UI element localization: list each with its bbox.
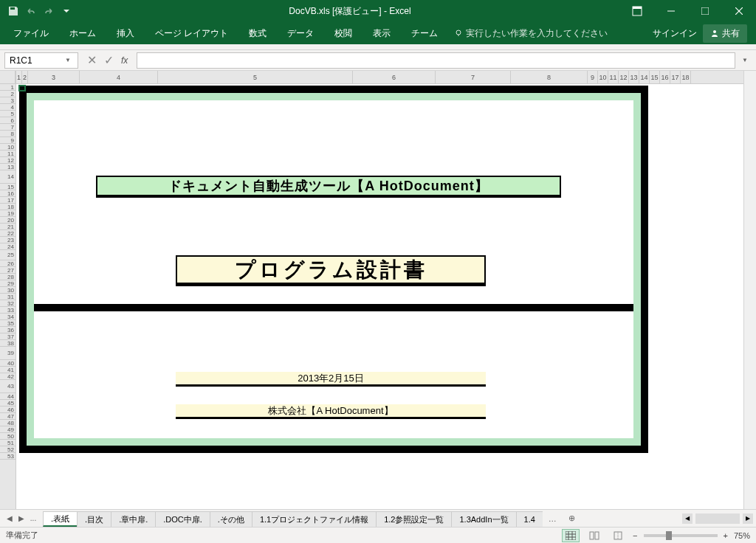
tab-page-layout[interactable]: ページ レイアウト — [145, 23, 238, 44]
column-header[interactable]: 13 — [629, 71, 639, 83]
row-header[interactable]: 42 — [0, 373, 16, 380]
signin-link[interactable]: サインイン — [653, 27, 697, 40]
row-header[interactable]: 14 — [0, 170, 16, 184]
tab-home[interactable]: ホーム — [59, 23, 106, 44]
column-header[interactable]: 16 — [660, 71, 670, 83]
name-box-dropdown-icon[interactable]: ▼ — [63, 57, 73, 63]
column-header[interactable]: 3 — [28, 71, 80, 83]
title-bar: DocVB.xls [保護ビュー] - Excel — [0, 0, 756, 22]
maximize-button[interactable] — [688, 0, 722, 22]
formula-expand-icon[interactable]: ▼ — [738, 57, 752, 63]
select-all-corner[interactable] — [0, 71, 16, 84]
column-header[interactable]: 2 — [22, 71, 28, 83]
sheet-tab[interactable]: 1.1プロジェクトファイル情報 — [252, 511, 377, 527]
svg-point-8 — [713, 30, 716, 33]
enter-icon[interactable]: ✓ — [104, 53, 114, 67]
view-page-break-icon[interactable] — [609, 529, 627, 542]
sheet-tab[interactable]: .その他 — [210, 511, 252, 527]
minimize-button[interactable] — [654, 0, 688, 22]
column-header[interactable]: 8 — [511, 71, 588, 83]
tab-data[interactable]: データ — [277, 23, 324, 44]
person-icon — [710, 29, 719, 38]
sheet-tab[interactable]: .DOC中扉. — [155, 511, 210, 527]
row-header[interactable]: 24 — [0, 243, 16, 250]
undo-icon[interactable] — [24, 4, 38, 18]
tab-nav-prev-icon[interactable]: ◀ — [4, 514, 15, 522]
column-header[interactable]: 4 — [80, 71, 158, 83]
share-button[interactable]: 共有 — [703, 24, 747, 43]
document-title-banner: プログラム設計書 — [176, 255, 486, 286]
divider-bar — [34, 304, 633, 311]
tab-file[interactable]: ファイル — [3, 23, 59, 44]
tab-nav-next-icon[interactable]: ▶ — [16, 514, 27, 522]
save-icon[interactable] — [6, 4, 21, 18]
sheet-tab[interactable]: .表紙 — [43, 511, 78, 527]
zoom-slider[interactable] — [644, 534, 718, 537]
column-header[interactable]: 18 — [681, 71, 691, 83]
svg-rect-14 — [590, 532, 594, 539]
column-header[interactable]: 10 — [598, 71, 608, 83]
svg-rect-15 — [595, 532, 599, 539]
column-header[interactable]: 17 — [670, 71, 681, 83]
column-header[interactable]: 5 — [158, 71, 353, 83]
add-sheet-button[interactable]: ⊕ — [563, 511, 581, 526]
cancel-icon[interactable]: ✕ — [87, 53, 97, 67]
svg-point-6 — [456, 30, 461, 35]
sheet-tab[interactable]: 1.4 — [516, 511, 543, 527]
sheet-tab[interactable]: 1.2参照設定一覧 — [376, 511, 452, 527]
tab-scroll-more-icon[interactable]: … — [543, 511, 563, 526]
tab-review[interactable]: 校閲 — [324, 23, 362, 44]
document-company-field: 株式会社【A HotDocument】 — [176, 404, 486, 419]
tab-view[interactable]: 表示 — [362, 23, 401, 44]
hscroll-track[interactable] — [695, 513, 740, 524]
sheet-tab-bar: ◀ ▶ ... .表紙.目次.章中扉..DOC中扉..その他1.1プロジェクトフ… — [0, 509, 756, 527]
ribbon-options-icon[interactable] — [620, 0, 654, 22]
redo-icon[interactable] — [41, 4, 56, 18]
ribbon-tabs: ファイル ホーム 挿入 ページ レイアウト 数式 データ 校閲 表示 チーム 実… — [0, 22, 756, 44]
row-header[interactable]: 43 — [0, 380, 16, 393]
row-header[interactable]: 53 — [0, 453, 16, 460]
status-bar: 準備完了 − + 75% — [0, 527, 756, 543]
tell-me-search[interactable]: 実行したい作業を入力してください — [454, 27, 608, 40]
document-cover-inner: ドキュメント自動生成ツール【A HotDocument】 プログラム設計書 20… — [34, 100, 633, 438]
vertical-scrollbar[interactable] — [743, 71, 756, 509]
name-box[interactable]: R1C1 ▼ — [4, 52, 78, 69]
tab-formulas[interactable]: 数式 — [238, 23, 277, 44]
column-header[interactable]: 12 — [619, 71, 629, 83]
sheet-tab[interactable]: .目次 — [77, 511, 111, 527]
window-controls — [620, 0, 756, 22]
qat-dropdown-icon[interactable] — [59, 4, 74, 18]
hscroll-left-icon[interactable]: ◀ — [682, 513, 693, 524]
zoom-level[interactable]: 75% — [734, 531, 750, 540]
window-title: DocVB.xls [保護ビュー] - Excel — [80, 5, 620, 18]
tab-insert[interactable]: 挿入 — [106, 23, 145, 44]
column-header[interactable]: 7 — [436, 71, 511, 83]
row-header[interactable]: 38 — [0, 340, 16, 347]
hscroll-right-icon[interactable]: ▶ — [743, 513, 753, 524]
tab-team[interactable]: チーム — [401, 23, 448, 44]
row-header[interactable]: 13 — [0, 164, 16, 170]
column-header[interactable]: 15 — [650, 71, 660, 83]
tab-overflow-icon[interactable]: ... — [28, 514, 38, 522]
column-header[interactable]: 6 — [353, 71, 436, 83]
sheet-tab[interactable]: .章中扉. — [111, 511, 156, 527]
close-button[interactable] — [722, 0, 756, 22]
row-header[interactable]: 39 — [0, 347, 16, 360]
view-page-layout-icon[interactable] — [585, 529, 603, 542]
view-normal-icon[interactable] — [562, 529, 580, 542]
column-header[interactable]: 1 — [16, 71, 22, 83]
column-header[interactable]: 14 — [639, 71, 650, 83]
zoom-thumb[interactable] — [666, 531, 672, 540]
tab-nav-controls: ◀ ▶ ... — [0, 514, 43, 522]
formula-input[interactable] — [137, 52, 735, 69]
fx-icon[interactable]: fx — [121, 55, 128, 66]
zoom-in-button[interactable]: + — [724, 531, 728, 540]
active-cell-cursor — [18, 85, 26, 91]
column-header[interactable]: 11 — [608, 71, 619, 83]
tool-title-banner: ドキュメント自動生成ツール【A HotDocument】 — [96, 176, 561, 198]
sheet-tab[interactable]: 1.3AddIn一覧 — [451, 511, 516, 527]
grid-cells[interactable]: ドキュメント自動生成ツール【A HotDocument】 プログラム設計書 20… — [16, 84, 743, 509]
row-header[interactable]: 25 — [0, 250, 16, 260]
column-header[interactable]: 9 — [588, 71, 598, 83]
zoom-out-button[interactable]: − — [633, 531, 637, 540]
